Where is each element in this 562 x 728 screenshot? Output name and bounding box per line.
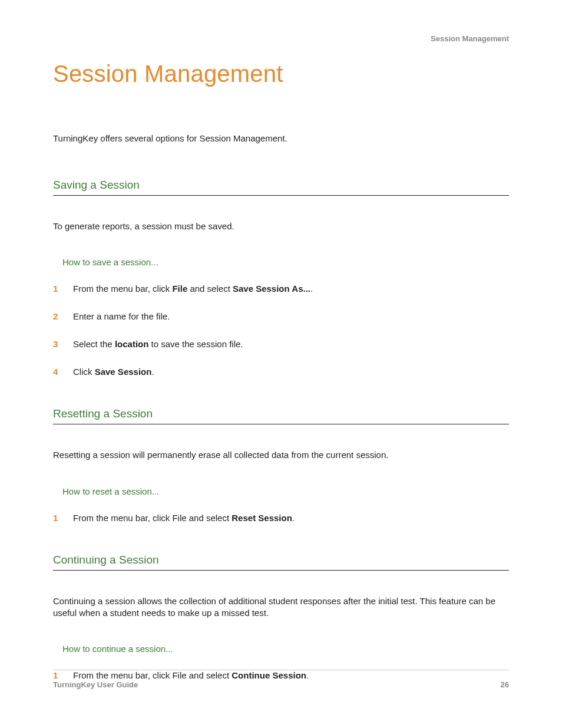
step-number: 1: [53, 670, 73, 680]
step-item: 4 Click Save Session.: [53, 367, 509, 377]
section-resetting: Resetting a Session Resetting a session …: [53, 407, 509, 522]
step-item: 1 From the menu bar, click File and sele…: [53, 284, 509, 294]
steps-resetting: 1 From the menu bar, click File and sele…: [53, 513, 509, 523]
running-head: Session Management: [431, 34, 509, 43]
step-item: 1 From the menu bar, click File and sele…: [53, 670, 509, 680]
howto-resetting: How to reset a session...: [62, 486, 509, 496]
step-text: Click Save Session.: [73, 367, 509, 377]
footer-page-number: 26: [501, 680, 509, 689]
step-text: Select the location to save the session …: [73, 339, 509, 349]
steps-continuing: 1 From the menu bar, click File and sele…: [53, 670, 509, 680]
page-title: Session Management: [53, 61, 509, 87]
howto-continuing: How to continue a session...: [62, 644, 509, 654]
body-saving: To generate reports, a session must be s…: [53, 220, 509, 232]
body-resetting: Resetting a session will permanently era…: [53, 449, 509, 461]
step-text: From the menu bar, click File and select…: [73, 284, 509, 294]
step-text: From the menu bar, click File and select…: [73, 670, 509, 680]
section-saving: Saving a Session To generate reports, a …: [53, 179, 509, 377]
step-number: 1: [53, 284, 73, 294]
body-continuing: Continuing a session allows the collecti…: [53, 595, 509, 620]
page: Session Management Session Management Tu…: [0, 0, 562, 728]
step-number: 2: [53, 311, 73, 321]
step-number: 3: [53, 339, 73, 349]
subhead-resetting: Resetting a Session: [53, 407, 509, 424]
footer-rule: [53, 670, 509, 670]
step-number: 4: [53, 367, 73, 377]
subhead-saving: Saving a Session: [53, 179, 509, 196]
step-item: 3 Select the location to save the sessio…: [53, 339, 509, 349]
section-continuing: Continuing a Session Continuing a sessio…: [53, 554, 509, 681]
footer: TurningKey User Guide 26: [53, 680, 509, 689]
step-text: Enter a name for the file.: [73, 311, 509, 321]
steps-saving: 1 From the menu bar, click File and sele…: [53, 284, 509, 377]
step-number: 1: [53, 513, 73, 523]
step-item: 1 From the menu bar, click File and sele…: [53, 513, 509, 523]
intro-paragraph: TurningKey offers several options for Se…: [53, 133, 509, 143]
subhead-continuing: Continuing a Session: [53, 554, 509, 571]
step-text: From the menu bar, click File and select…: [73, 513, 509, 523]
howto-saving: How to save a session...: [62, 257, 509, 267]
step-item: 2 Enter a name for the file.: [53, 311, 509, 321]
footer-doc-title: TurningKey User Guide: [53, 680, 138, 689]
